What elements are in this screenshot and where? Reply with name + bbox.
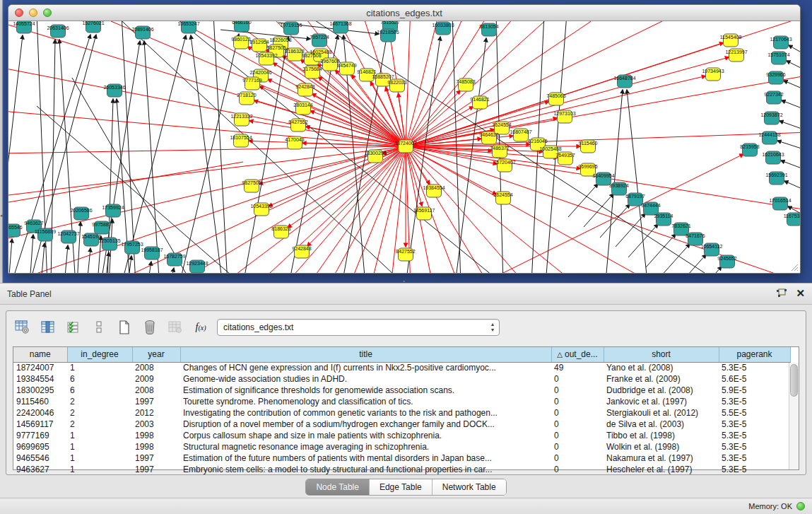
table-cell[interactable]: 5.6E-5 bbox=[719, 373, 790, 385]
close-panel-icon[interactable]: ✕ bbox=[796, 288, 805, 299]
table-cell[interactable]: 1997 bbox=[132, 464, 180, 475]
table-row[interactable]: 1938455462009Genome-wide association stu… bbox=[13, 373, 790, 385]
table-cell[interactable]: 9115460 bbox=[13, 396, 67, 407]
black-citation-edge[interactable] bbox=[148, 262, 151, 273]
table-cell[interactable]: 0 bbox=[551, 441, 604, 452]
window-resize-grip[interactable] bbox=[790, 263, 799, 271]
table-cell[interactable]: 2008 bbox=[132, 385, 180, 396]
black-citation-edge[interactable] bbox=[77, 222, 81, 273]
table-cell[interactable]: Hescheler et al. (1997) bbox=[604, 464, 719, 475]
table-cell[interactable]: 0 bbox=[551, 373, 604, 385]
table-cell[interactable]: 0 bbox=[551, 452, 604, 464]
table-cell[interactable]: 5.5E-5 bbox=[719, 407, 790, 419]
table-cell[interactable]: Tourette syndrome. Phenomenology and cla… bbox=[180, 396, 551, 407]
table-cell[interactable]: 2 bbox=[67, 419, 132, 430]
table-selector-dropdown[interactable]: citations_edges.txt ▴▾ bbox=[217, 319, 500, 336]
black-citation-edge[interactable] bbox=[30, 235, 33, 273]
function-builder-icon[interactable]: f(x) bbox=[192, 318, 210, 337]
table-cell[interactable]: 1998 bbox=[132, 441, 180, 452]
table-cell[interactable]: Estimation of the future numbers of pati… bbox=[180, 452, 551, 464]
black-citation-edge[interactable] bbox=[628, 224, 658, 257]
table-cell[interactable]: 5.3E-5 bbox=[719, 362, 790, 373]
table-cell[interactable]: 9699695 bbox=[13, 441, 67, 452]
red-citation-edge[interactable] bbox=[386, 87, 406, 146]
table-cell[interactable]: 5.3E-5 bbox=[719, 452, 790, 464]
table-cell[interactable]: Yano et al. (2008) bbox=[604, 362, 719, 373]
left-splitter[interactable]: ◂ bbox=[0, 0, 3, 283]
table-row[interactable]: 1456911722003Disruption of a novel membe… bbox=[13, 419, 790, 430]
table-cell[interactable]: Structural magnetic resonance image aver… bbox=[180, 441, 551, 452]
black-citation-edge[interactable] bbox=[455, 38, 486, 273]
black-citation-edge[interactable] bbox=[789, 45, 800, 54]
black-citation-edge[interactable] bbox=[122, 35, 186, 273]
table-cell[interactable]: Wolkin et al. (1998) bbox=[604, 441, 719, 452]
table-scrollbar-thumb[interactable] bbox=[790, 364, 798, 397]
black-citation-edge[interactable] bbox=[781, 160, 800, 169]
black-citation-edge[interactable] bbox=[191, 35, 222, 273]
table-row[interactable]: 946362711997Embryonic stem cells: a mode… bbox=[13, 464, 790, 475]
table-cell[interactable]: Tibbo et al. (1998) bbox=[604, 430, 719, 441]
delete-table-icon[interactable] bbox=[141, 318, 159, 337]
table-cell[interactable]: 9777169 bbox=[13, 430, 67, 441]
column-header-short[interactable]: short bbox=[604, 347, 719, 362]
table-cell[interactable]: 6 bbox=[67, 385, 132, 396]
table-cell[interactable]: 5.9E-5 bbox=[719, 385, 790, 396]
table-cell[interactable]: 0 bbox=[551, 396, 604, 407]
table-cell[interactable]: 1 bbox=[67, 430, 132, 441]
tab-network-table[interactable]: Network Table bbox=[433, 479, 506, 495]
table-cell[interactable]: Embryonic stem cells: a model to study s… bbox=[180, 464, 551, 475]
float-panel-icon[interactable] bbox=[776, 288, 787, 298]
network-window[interactable]: citations_edges.txt 18724007140557242063… bbox=[8, 4, 801, 274]
black-citation-edge[interactable] bbox=[787, 61, 800, 69]
table-settings-icon[interactable] bbox=[13, 318, 32, 337]
table-cell[interactable]: Investigating the contribution of common… bbox=[180, 407, 551, 419]
table-cell[interactable]: 5.3E-5 bbox=[719, 464, 790, 475]
column-header-year[interactable]: year bbox=[132, 347, 180, 362]
table-cell[interactable]: 6 bbox=[67, 373, 132, 385]
table-cell[interactable]: 18724007 bbox=[13, 362, 67, 373]
table-cell[interactable]: 9465546 bbox=[13, 452, 67, 464]
table-cell[interactable]: 18300295 bbox=[13, 385, 67, 396]
table-cell[interactable]: Nakamura et al. (1997) bbox=[604, 452, 719, 464]
table-row[interactable]: 911546021997Tourette syndrome. Phenomeno… bbox=[13, 396, 790, 407]
table-cell[interactable]: 1 bbox=[67, 362, 132, 373]
black-citation-edge[interactable] bbox=[782, 100, 800, 109]
table-cell[interactable]: 0 bbox=[551, 385, 604, 396]
table-cell[interactable]: 9463627 bbox=[13, 464, 67, 475]
column-header-out_de[interactable]: △out_de... bbox=[551, 347, 604, 362]
black-citation-edge[interactable] bbox=[584, 194, 613, 227]
column-header-pagerank[interactable]: pagerank bbox=[719, 347, 790, 362]
black-citation-edge[interactable] bbox=[87, 248, 90, 273]
table-cell[interactable]: 2 bbox=[67, 407, 132, 419]
table-cell[interactable]: 0 bbox=[551, 464, 604, 475]
black-citation-edge[interactable] bbox=[784, 181, 800, 189]
table-cell[interactable]: Jankovic et al. (1997) bbox=[604, 396, 719, 407]
black-citation-edge[interactable] bbox=[777, 141, 800, 149]
table-cell[interactable]: Estimation of significance thresholds fo… bbox=[180, 385, 551, 396]
black-citation-edge[interactable] bbox=[646, 234, 676, 267]
black-citation-edge[interactable] bbox=[8, 239, 12, 273]
black-citation-edge[interactable] bbox=[144, 41, 160, 273]
table-cell[interactable]: Genome-wide association studies in ADHD. bbox=[180, 373, 551, 385]
table-cell[interactable]: 0 bbox=[551, 407, 604, 419]
table-cell[interactable]: 2003 bbox=[132, 419, 180, 430]
table-cell[interactable]: 2012 bbox=[132, 407, 180, 419]
tab-edge-table[interactable]: Edge Table bbox=[370, 479, 433, 495]
table-row[interactable]: 1830029562008Estimation of significance … bbox=[13, 385, 790, 396]
black-citation-edge[interactable] bbox=[41, 243, 45, 273]
black-citation-edge[interactable] bbox=[660, 244, 690, 273]
table-row[interactable]: 946554611997Estimation of the future num… bbox=[13, 452, 790, 464]
table-cell[interactable]: 19384554 bbox=[13, 373, 67, 385]
table-cell[interactable]: 5.3E-5 bbox=[719, 419, 790, 430]
black-citation-edge[interactable] bbox=[627, 90, 647, 273]
network-canvas[interactable]: 1872400714055724206314061527602120891406… bbox=[8, 21, 800, 273]
table-column-icon[interactable] bbox=[39, 318, 57, 337]
table-cell[interactable]: Disruption of a novel member of a sodium… bbox=[180, 419, 551, 430]
table-cell[interactable]: 1 bbox=[67, 452, 132, 464]
select-rows-icon[interactable] bbox=[64, 318, 83, 337]
table-cell[interactable]: 1998 bbox=[132, 430, 180, 441]
table-cell[interactable]: 1997 bbox=[132, 396, 180, 407]
black-citation-edge[interactable] bbox=[64, 245, 68, 273]
black-citation-edge[interactable] bbox=[170, 268, 174, 273]
table-row[interactable]: 1872400712008Changes of HCN gene express… bbox=[13, 362, 790, 373]
